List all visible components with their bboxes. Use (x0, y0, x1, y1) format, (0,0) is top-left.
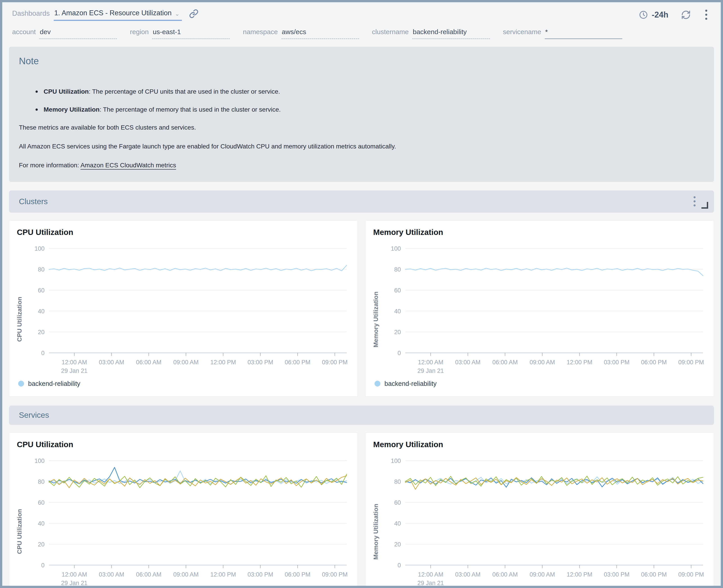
chart-title: CPU Utilization (17, 440, 351, 449)
section-header-clusters: Clusters (9, 190, 714, 213)
svg-text:06:00 AM: 06:00 AM (136, 359, 161, 366)
share-link-icon[interactable] (189, 8, 199, 18)
filter-servicename: servicename * (503, 28, 622, 39)
top-bar: Dashboards 1. Amazon ECS - Resource Util… (2, 2, 721, 25)
note-title: Note (19, 56, 704, 66)
svg-text:09:00 PM: 09:00 PM (678, 359, 704, 366)
svg-text:12:00 AM: 12:00 AM (418, 359, 443, 366)
svg-text:0: 0 (398, 350, 401, 356)
svg-text:12:00 PM: 12:00 PM (566, 571, 592, 578)
svg-text:03:00 AM: 03:00 AM (455, 571, 481, 578)
svg-text:60: 60 (394, 499, 401, 506)
chart-plot-area[interactable]: 02040608010012:00 AM29 Jan 2103:00 AM06:… (382, 243, 707, 376)
filter-region: region us-east-1 (130, 28, 230, 39)
legend-item-backend-reliability[interactable]: backend-reliability (375, 380, 437, 387)
note-bullet-memory: Memory Utilization: The percentage of me… (36, 106, 704, 113)
filter-namespace-input[interactable]: aws/ecs (281, 28, 359, 39)
svg-text:06:00 PM: 06:00 PM (285, 359, 310, 366)
section-header-services: Services (9, 406, 714, 425)
svg-text:09:00 AM: 09:00 AM (530, 359, 555, 366)
more-options-kebab-icon[interactable] (703, 9, 709, 21)
svg-text:09:00 PM: 09:00 PM (678, 571, 704, 578)
legend-dot-icon (18, 381, 24, 386)
svg-text:12:00 AM: 12:00 AM (62, 359, 87, 366)
svg-text:80: 80 (394, 266, 401, 273)
svg-text:100: 100 (391, 245, 401, 252)
svg-text:40: 40 (38, 308, 44, 315)
svg-text:12:00 PM: 12:00 PM (210, 359, 236, 366)
legend-label: backend-reliability (28, 380, 80, 387)
time-range-button[interactable]: -24h (639, 10, 668, 20)
filter-servicename-input[interactable]: * (545, 28, 622, 39)
svg-text:12:00 AM: 12:00 AM (418, 571, 443, 578)
svg-text:29 Jan 21: 29 Jan 21 (61, 368, 87, 374)
dashboard-title-dropdown[interactable]: 1. Amazon ECS - Resource Utilization ⌄ (54, 8, 182, 21)
filter-account: account dev (12, 28, 117, 39)
refresh-icon[interactable] (681, 10, 691, 20)
svg-text:09:00 PM: 09:00 PM (322, 571, 347, 578)
svg-text:06:00 PM: 06:00 PM (285, 571, 310, 578)
svg-text:60: 60 (394, 287, 401, 294)
filter-region-input[interactable]: us-east-1 (152, 28, 230, 39)
series-line-backend-reliability (49, 265, 347, 271)
series-line-backend-reliability (405, 268, 703, 276)
resize-corner-handle[interactable] (701, 202, 708, 209)
svg-text:06:00 PM: 06:00 PM (641, 359, 667, 366)
cloudwatch-metrics-link[interactable]: Amazon ECS CloudWatch metrics (80, 162, 176, 169)
svg-text:100: 100 (35, 457, 45, 464)
chart-title: CPU Utilization (17, 228, 351, 237)
page-title: 1. Amazon ECS - Resource Utilization (54, 9, 172, 17)
filter-clustername: clustername backend-reliability (372, 28, 490, 39)
filter-bar: account dev region us-east-1 namespace a… (2, 25, 721, 45)
svg-text:06:00 AM: 06:00 AM (493, 359, 518, 366)
chart-title: Memory Utilization (373, 228, 707, 237)
svg-text:60: 60 (38, 499, 44, 506)
legend-dot-icon (375, 381, 380, 386)
chart-legend: backend-reliability (372, 376, 707, 393)
y-axis-label: Memory Utilization (372, 243, 382, 376)
chart-panel-services-cpu: CPU UtilizationCPU Utilization0204060801… (9, 433, 358, 588)
chart-plot-area[interactable]: 02040608010012:00 AM29 Jan 2103:00 AM06:… (26, 243, 351, 376)
svg-text:29 Jan 21: 29 Jan 21 (61, 580, 87, 586)
chart-plot-area[interactable]: 02040608010012:00 AM29 Jan 2103:00 AM06:… (382, 455, 707, 588)
svg-text:80: 80 (38, 478, 44, 485)
filter-account-input[interactable]: dev (39, 28, 117, 39)
svg-text:06:00 AM: 06:00 AM (493, 571, 518, 578)
chart-plot-area[interactable]: 02040608010012:00 AM29 Jan 2103:00 AM06:… (26, 455, 351, 588)
chart-title: Memory Utilization (373, 440, 707, 449)
section-title: Services (19, 411, 49, 420)
svg-text:09:00 AM: 09:00 AM (173, 571, 199, 578)
svg-text:03:00 AM: 03:00 AM (99, 571, 124, 578)
svg-text:03:00 AM: 03:00 AM (99, 359, 124, 366)
time-range-value: -24h (652, 10, 668, 20)
legend-item-backend-reliability[interactable]: backend-reliability (18, 380, 80, 387)
svg-text:09:00 PM: 09:00 PM (322, 359, 347, 366)
svg-text:03:00 AM: 03:00 AM (455, 359, 481, 366)
svg-text:09:00 AM: 09:00 AM (173, 359, 199, 366)
clock-icon (639, 10, 648, 20)
svg-text:03:00 PM: 03:00 PM (604, 571, 629, 578)
svg-text:0: 0 (398, 562, 401, 569)
dashboard-page: Dashboards 1. Amazon ECS - Resource Util… (0, 0, 723, 588)
svg-text:20: 20 (38, 329, 44, 336)
svg-text:12:00 PM: 12:00 PM (210, 571, 236, 578)
bullet-dot (36, 90, 38, 93)
note-bullet-list: CPU Utilization: The percentage of CPU u… (36, 88, 704, 113)
svg-text:06:00 AM: 06:00 AM (136, 571, 161, 578)
note-more-info: For more information: Amazon ECS CloudWa… (19, 162, 704, 169)
svg-text:12:00 AM: 12:00 AM (62, 571, 87, 578)
filter-label: servicename (503, 28, 541, 36)
filter-clustername-input[interactable]: backend-reliability (412, 28, 490, 39)
svg-text:06:00 PM: 06:00 PM (641, 571, 667, 578)
svg-text:29 Jan 21: 29 Jan 21 (418, 580, 444, 586)
svg-text:12:00 PM: 12:00 PM (566, 359, 592, 366)
svg-text:09:00 AM: 09:00 AM (530, 571, 555, 578)
section-kebab-icon[interactable] (692, 195, 697, 207)
filter-label: namespace (243, 28, 278, 36)
filter-label: region (130, 28, 148, 36)
svg-text:40: 40 (394, 520, 401, 527)
svg-text:40: 40 (38, 520, 44, 527)
filter-label: clustername (372, 28, 409, 36)
filter-namespace: namespace aws/ecs (243, 28, 359, 39)
svg-text:100: 100 (35, 245, 45, 252)
